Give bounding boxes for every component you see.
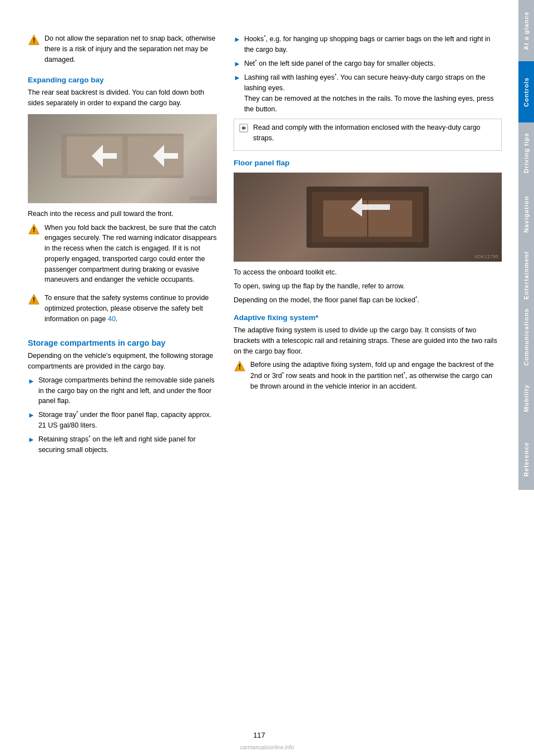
bullet-text: Storage compartments behind the removabl…	[38, 375, 217, 406]
list-item: ► Storage compartments behind the remova…	[28, 375, 217, 406]
section3-body1: To access the onboard toolkit etc.	[234, 267, 502, 278]
section1-body1: The rear seat backrest is divided. You c…	[28, 87, 217, 109]
section3-heading: Floor panel flap	[234, 159, 502, 167]
warning-1-text: Do not allow the separation net to snap …	[44, 33, 217, 65]
list-item: ► Lashing rail with lashing eyes*. You c…	[234, 72, 502, 114]
section1-body2: Reach into the recess and pull toward th…	[28, 209, 217, 219]
section1-heading: Expanding cargo bay	[28, 76, 217, 84]
warning-box-2: ! When you fold back the backrest, be su…	[28, 223, 217, 289]
sidebar-tab-label: Driving tips	[523, 133, 530, 174]
bullet-arrow-icon: ►	[234, 72, 241, 84]
cargo-bay-image: VDK00504	[28, 114, 217, 203]
list-item: ► Storage tray* under the floor panel fl…	[28, 409, 217, 431]
bullet-arrow-icon: ►	[28, 434, 35, 445]
page-number: 117	[253, 731, 265, 739]
page-link-40[interactable]: 40	[108, 315, 116, 323]
sidebar-tab-entertainment[interactable]: Entertainment	[518, 245, 534, 306]
list-item: ► Retaining straps* on the left and righ…	[28, 434, 217, 455]
sidebar-tab-communications[interactable]: Communications	[518, 306, 534, 367]
section3-body3: Depending on the model, the floor panel …	[234, 294, 502, 306]
section2-body1: Depending on the vehicle's equipment, th…	[28, 351, 217, 372]
warning-icon-1: !	[28, 34, 40, 46]
sidebar-tab-reference[interactable]: Reference	[518, 429, 534, 490]
image-code-2: VDK11795	[474, 254, 498, 259]
section3-body2: To open, swing up the flap by the handle…	[234, 281, 502, 292]
main-content: ! Do not allow the separation net to sna…	[0, 0, 518, 756]
bullet-arrow-icon: ►	[234, 34, 241, 45]
sidebar-tab-label: At a glance	[523, 11, 530, 50]
bullet-text: Retaining straps* on the left and right …	[38, 434, 217, 455]
warning-icon-4: !	[234, 360, 246, 372]
warning-box-3: ! To ensure that the safety systems cont…	[28, 293, 217, 327]
warning-3-text: To ensure that the safety systems contin…	[44, 293, 217, 324]
left-column: ! Do not allow the separation net to sna…	[28, 33, 217, 734]
sidebar-tab-label: Navigation	[523, 196, 530, 233]
watermark: carmanualsonline.info	[240, 744, 294, 750]
bullet-arrow-icon: ►	[28, 410, 35, 421]
list-item: ► Hooks*, e.g. for hanging up shopping b…	[234, 33, 502, 55]
right-bullet-list: ► Hooks*, e.g. for hanging up shopping b…	[234, 33, 502, 114]
bullet-text: Hooks*, e.g. for hanging up shopping bag…	[244, 33, 502, 55]
svg-marker-12	[241, 126, 245, 131]
svg-text:!: !	[33, 226, 35, 234]
warning-box-1: ! Do not allow the separation net to sna…	[28, 33, 217, 68]
bullet-text: Lashing rail with lashing eyes*. You can…	[244, 72, 502, 114]
page-number-area: 117	[0, 731, 518, 739]
sidebar-tab-label: Reference	[523, 442, 530, 477]
warning-box-4: ! Before using the adaptive fixing syste…	[234, 360, 502, 395]
svg-text:!: !	[239, 364, 241, 371]
svg-text:!: !	[33, 37, 35, 45]
image-code-1: VDK00504	[189, 195, 214, 201]
warning-2-text: When you fold back the backrest, be sure…	[44, 223, 217, 286]
warning-icon-3: !	[28, 293, 40, 306]
sidebar-tab-navigation[interactable]: Navigation	[518, 184, 534, 245]
section4-heading: Adaptive fixing system*	[234, 313, 502, 322]
svg-text:!: !	[33, 296, 35, 304]
bullet-arrow-icon: ►	[28, 376, 35, 387]
warning-4-text: Before using the adaptive fixing system,…	[250, 360, 502, 391]
sidebar-tab-label: Entertainment	[523, 252, 530, 300]
sidebar-tab-label: Mobility	[523, 384, 530, 412]
sidebar-tab-controls[interactable]: Controls	[518, 61, 534, 122]
sidebar-tab-label: Communications	[523, 308, 530, 365]
list-item: ► Net* on the left side panel of the car…	[234, 58, 502, 70]
section2-bullet-list: ► Storage compartments behind the remova…	[28, 375, 217, 455]
sidebar: At a glance Controls Driving tips Naviga…	[518, 0, 534, 756]
floor-panel-image: VDK11795	[234, 173, 502, 262]
bullet-text: Storage tray* under the floor panel flap…	[38, 409, 217, 431]
sidebar-tab-label: Controls	[523, 77, 530, 106]
note-icon-1	[239, 123, 249, 133]
note-box-1: Read and comply with the information enc…	[234, 119, 502, 151]
sidebar-tab-mobility[interactable]: Mobility	[518, 367, 534, 429]
bullet-arrow-icon: ►	[234, 58, 241, 70]
bullet-text: Net* on the left side panel of the cargo…	[244, 58, 435, 69]
warning-icon-2: !	[28, 223, 40, 235]
page-wrapper: ! Do not allow the separation net to sna…	[0, 0, 534, 756]
note-1-text: Read and comply with the information enc…	[253, 122, 497, 144]
sidebar-tab-driving-tips[interactable]: Driving tips	[518, 122, 534, 184]
section4-body1: The adaptive fixing system is used to di…	[234, 325, 502, 356]
right-column: ► Hooks*, e.g. for hanging up shopping b…	[234, 33, 502, 734]
section2-heading: Storage compartments in cargo bay	[28, 338, 217, 347]
sidebar-tab-at-a-glance[interactable]: At a glance	[518, 0, 534, 61]
